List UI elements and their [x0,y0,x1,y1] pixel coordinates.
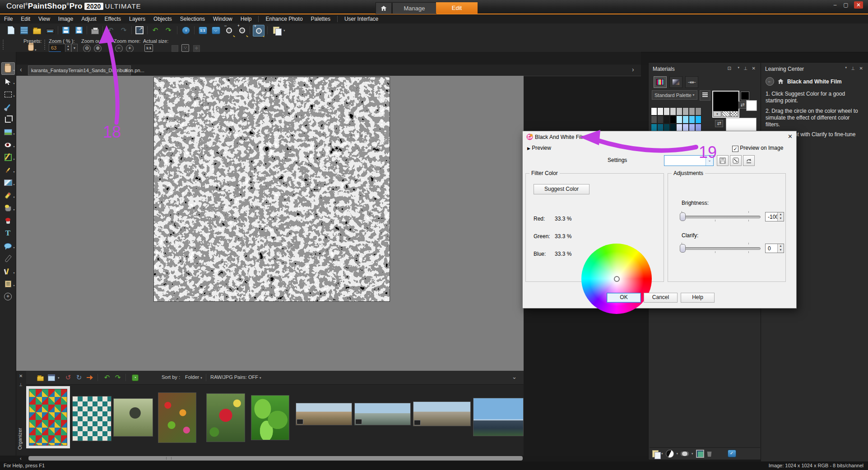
zoom-out-button[interactable]: – [223,25,234,36]
open-button[interactable] [32,25,42,36]
thumbnail-card[interactable] [72,396,111,441]
canvas-area[interactable] [16,76,524,371]
selection-tool[interactable]: ▾ [2,88,14,100]
menu-help[interactable]: Help [237,15,256,23]
materials-close-icon[interactable]: ✕ [752,66,756,71]
menu-edit[interactable]: Edit [17,15,34,23]
thumbnail-panorama-1[interactable] [296,403,352,425]
thumbnail-diamond-pattern[interactable] [29,389,67,446]
sliders-tab[interactable]: ⇥⇤ [685,76,698,88]
color-swatch[interactable] [651,115,657,124]
eraser-tool[interactable]: ▾ [2,189,14,201]
brightness-spinner[interactable]: ▲▼ [777,212,784,221]
brightness-slider-track[interactable] [681,216,761,218]
menu-layers[interactable]: Layers [125,15,149,23]
undo-last-button[interactable]: ↶ [150,25,161,36]
picture-tube-tool[interactable]: ▾ [2,265,14,277]
organizer-collapse-chevron[interactable]: ⌄ [512,373,517,380]
brightness-value-input[interactable]: -100▲▼ [765,212,784,221]
share-button[interactable] [85,373,95,382]
tab-scroll-right[interactable]: › [632,66,634,73]
color-swatch[interactable] [689,107,695,115]
menu-image[interactable]: Image [54,15,77,23]
home-icon[interactable] [778,79,784,84]
materials-menu-icon[interactable]: ▾ [738,66,739,69]
browse-images-button[interactable] [19,25,29,36]
dialog-title-bar[interactable]: Black And White Film ✕ [523,131,796,143]
crop-tool[interactable] [2,114,14,125]
scrollbar-grip[interactable] [166,457,172,460]
workspace-tab-edit[interactable]: Edit [436,2,478,14]
rotate-right-button[interactable]: ↻ [74,373,84,382]
color-swatch[interactable] [657,115,664,124]
organizer-pin-icon[interactable]: ⊥ [19,382,23,387]
mask-layer-icon[interactable] [681,452,689,456]
pattern-style-button[interactable] [730,111,738,117]
color-swatch[interactable] [670,115,676,124]
color-swatch[interactable] [676,115,682,124]
preview-expander[interactable]: ▶ Preview [527,145,551,151]
settings-combobox[interactable]: ⌄ [664,155,714,166]
tab-scroll-left[interactable]: ‹ [20,66,22,73]
menu-file[interactable]: File [0,15,17,23]
clarify-spinner[interactable]: ▲▼ [777,244,784,253]
organizer-label[interactable]: Organizer [17,428,23,450]
undo-button[interactable]: ↶ [105,25,116,36]
organizer-scrollbar[interactable] [28,456,523,461]
thumbnail-card[interactable] [354,403,411,425]
paint-brush-tool[interactable]: ▾ [2,164,14,176]
zoom-tool-button[interactable]: + [253,25,265,37]
pan-tool[interactable]: ▾ [1,62,15,75]
dialog-close-icon[interactable]: ✕ [788,133,793,140]
menu-enhance-photo[interactable]: Enhance Photo [261,15,306,23]
thumbnail-vegetable-market[interactable] [158,392,196,443]
thumbnail-card[interactable] [296,403,352,425]
fit-window-button[interactable]: ⸪ [181,44,189,52]
thumbnail-card[interactable] [158,392,196,443]
color-swatch[interactable] [676,107,682,115]
new-image-button[interactable] [5,25,16,36]
materials-pin-icon[interactable]: ⊥ [743,66,747,71]
color-style-button[interactable]: ▾ [713,111,721,117]
palette-selector-dropdown[interactable]: Standard Palette▼ [652,90,697,100]
color-swatch[interactable] [695,107,701,115]
close-button[interactable]: ✕ [854,1,863,9]
image-information-button[interactable]: i [181,25,191,36]
acquire-button[interactable] [45,25,56,36]
thumbnail-selected-frame[interactable] [26,386,70,448]
learning-menu-icon[interactable]: ▾ [845,66,847,69]
pick-tool[interactable]: ▾ [2,76,14,88]
scroll-left-arrow[interactable]: ‹ [20,456,22,461]
toolbar-grip[interactable] [44,40,47,50]
window-arrange-icon[interactable] [172,45,178,52]
menu-palettes[interactable]: Palettes [307,15,334,23]
actual-size-button[interactable]: 1:1 [197,25,208,36]
small-background-swatch[interactable] [746,100,757,111]
gradient-tab[interactable] [669,76,682,88]
thumbnail-view-button[interactable] [46,373,56,382]
view-dropdown[interactable]: ▾ [58,376,60,380]
save-as-button[interactable] [74,25,84,36]
clarify-value-input[interactable]: 0▲▼ [765,244,784,253]
raw-jpg-dropdown[interactable]: RAW/JPG Pairs: OFF ▾ [210,374,261,380]
organizer-undo-button[interactable]: ↶ [102,373,112,382]
redo-button[interactable]: ↷ [118,25,129,36]
clone-tool[interactable] [2,215,14,226]
thumbnail-card[interactable] [251,395,289,440]
dropper-tool[interactable] [2,101,14,113]
zoom-in-step-button[interactable]: ⊕ [94,45,102,52]
color-swatch[interactable] [670,107,676,115]
zoom-spinner[interactable]: ▲▼ [65,44,71,52]
thumbnail-green-leaves[interactable] [251,395,289,440]
color-swatch[interactable] [682,107,689,115]
brightness-slider-thumb[interactable] [680,212,686,221]
expand-window-icon[interactable]: ✛ [193,45,200,52]
palette-menu-button[interactable] [700,90,710,101]
color-swatch[interactable] [657,107,664,115]
adjustment-layer-icon[interactable] [666,450,674,458]
zoom-out-step-button[interactable]: ⊖ [83,45,91,52]
text-tool[interactable]: T [2,227,14,239]
small-foreground-swatch[interactable] [741,92,749,100]
thumbnail-mosaic-tiles[interactable] [72,396,111,441]
add-tools-button[interactable]: + [2,290,14,302]
